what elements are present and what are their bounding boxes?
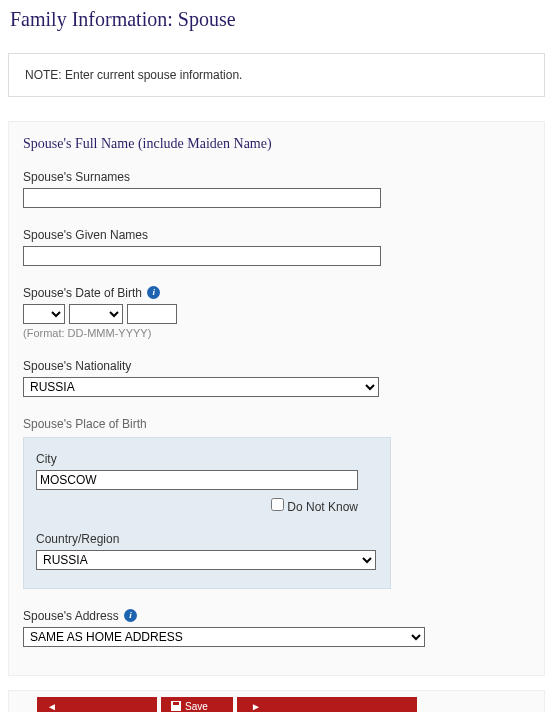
note-box: NOTE: Enter current spouse information.	[8, 53, 545, 97]
address-label-text: Spouse's Address	[23, 609, 119, 623]
pob-city-input[interactable]	[36, 470, 358, 490]
dob-label: Spouse's Date of Birth i	[23, 286, 530, 300]
section-title: Spouse's Full Name (include Maiden Name)	[23, 136, 530, 152]
pob-dnk-label: Do Not Know	[287, 500, 358, 514]
chevron-left-icon: ◄	[47, 701, 57, 712]
given-names-input[interactable]	[23, 246, 381, 266]
pob-city-label: City	[36, 452, 378, 466]
info-icon[interactable]: i	[147, 286, 160, 299]
given-names-label: Spouse's Given Names	[23, 228, 530, 242]
save-button[interactable]: Save	[161, 697, 233, 712]
dob-day-select[interactable]	[23, 304, 65, 324]
button-section: ◄ Save ►	[8, 690, 545, 712]
field-nationality: Spouse's Nationality RUSSIA	[23, 359, 530, 397]
field-address: Spouse's Address i SAME AS HOME ADDRESS	[23, 609, 530, 647]
address-label: Spouse's Address i	[23, 609, 530, 623]
field-pob: Spouse's Place of Birth City Do Not Know…	[23, 417, 530, 589]
next-button[interactable]: ►	[237, 697, 417, 712]
field-given-names: Spouse's Given Names	[23, 228, 530, 266]
address-select[interactable]: SAME AS HOME ADDRESS	[23, 627, 425, 647]
surnames-label: Spouse's Surnames	[23, 170, 530, 184]
pob-country-label: Country/Region	[36, 532, 378, 546]
page-title: Family Information: Spouse	[0, 0, 553, 43]
pob-box: City Do Not Know Country/Region RUSSIA	[23, 437, 391, 589]
nationality-select[interactable]: RUSSIA	[23, 377, 379, 397]
dob-year-input[interactable]	[127, 304, 177, 324]
pob-label: Spouse's Place of Birth	[23, 417, 530, 431]
dob-month-select[interactable]	[69, 304, 123, 324]
dob-label-text: Spouse's Date of Birth	[23, 286, 142, 300]
button-row: ◄ Save ►	[15, 697, 538, 712]
chevron-right-icon: ►	[251, 701, 261, 712]
field-dob: Spouse's Date of Birth i (Format: DD-MMM…	[23, 286, 530, 339]
form-section: Spouse's Full Name (include Maiden Name)…	[8, 121, 545, 676]
pob-dnk-checkbox[interactable]	[271, 498, 284, 511]
save-button-label: Save	[185, 701, 208, 712]
info-icon[interactable]: i	[124, 609, 137, 622]
back-button[interactable]: ◄	[37, 697, 157, 712]
pob-country-select[interactable]: RUSSIA	[36, 550, 376, 570]
surnames-input[interactable]	[23, 188, 381, 208]
note-text: NOTE: Enter current spouse information.	[25, 68, 242, 82]
field-surnames: Spouse's Surnames	[23, 170, 530, 208]
nationality-label: Spouse's Nationality	[23, 359, 530, 373]
save-icon	[171, 701, 181, 711]
dob-hint: (Format: DD-MMM-YYYY)	[23, 327, 530, 339]
